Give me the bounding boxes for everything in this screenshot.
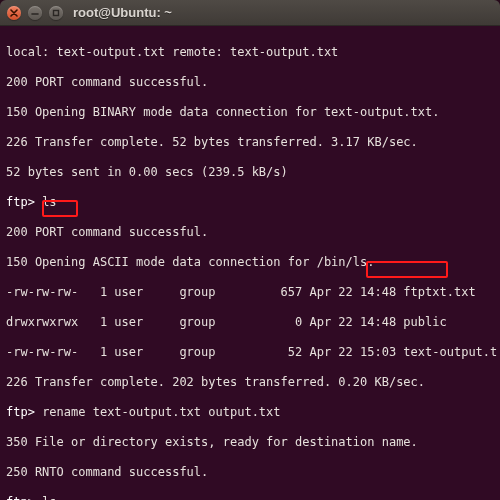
term-line: drwxrwxrwx 1 user group 0 Apr 22 14:48 p… bbox=[6, 315, 494, 330]
term-line: 226 Transfer complete. 52 bytes transfer… bbox=[6, 135, 494, 150]
window-title: root@Ubuntu: ~ bbox=[73, 5, 172, 20]
terminal-body[interactable]: local: text-output.txt remote: text-outp… bbox=[0, 26, 500, 500]
term-line: ftp> ls bbox=[6, 495, 494, 500]
desktop-background: root@Ubuntu: ~ local: text-output.txt re… bbox=[0, 0, 500, 500]
term-line: ftp> ls bbox=[6, 195, 494, 210]
term-line: 52 bytes sent in 0.00 secs (239.5 kB/s) bbox=[6, 165, 494, 180]
ftp-command: rename text-output.txt output.txt bbox=[42, 405, 280, 419]
term-line: 226 Transfer complete. 202 bytes transfe… bbox=[6, 375, 494, 390]
ftp-prompt: ftp> bbox=[6, 495, 42, 500]
maximize-icon[interactable] bbox=[49, 6, 63, 20]
term-line: 350 File or directory exists, ready for … bbox=[6, 435, 494, 450]
term-line: 250 RNTO command successful. bbox=[6, 465, 494, 480]
term-line: -rw-rw-rw- 1 user group 52 Apr 22 15:03 … bbox=[6, 345, 494, 360]
term-line: 150 Opening BINARY mode data connection … bbox=[6, 105, 494, 120]
ftp-prompt: ftp> bbox=[6, 405, 42, 419]
close-icon[interactable] bbox=[7, 6, 21, 20]
ftp-command: ls bbox=[42, 495, 56, 500]
term-line: 200 PORT command successful. bbox=[6, 225, 494, 240]
ftp-prompt: ftp> bbox=[6, 195, 42, 209]
term-line: 200 PORT command successful. bbox=[6, 75, 494, 90]
terminal-window: root@Ubuntu: ~ local: text-output.txt re… bbox=[0, 0, 500, 500]
minimize-icon[interactable] bbox=[28, 6, 42, 20]
term-line: local: text-output.txt remote: text-outp… bbox=[6, 45, 494, 60]
ftp-command: ls bbox=[42, 195, 56, 209]
svg-rect-0 bbox=[54, 10, 59, 15]
term-line: ftp> rename text-output.txt output.txt bbox=[6, 405, 494, 420]
term-line: -rw-rw-rw- 1 user group 657 Apr 22 14:48… bbox=[6, 285, 494, 300]
titlebar[interactable]: root@Ubuntu: ~ bbox=[0, 0, 500, 26]
term-line: 150 Opening ASCII mode data connection f… bbox=[6, 255, 494, 270]
